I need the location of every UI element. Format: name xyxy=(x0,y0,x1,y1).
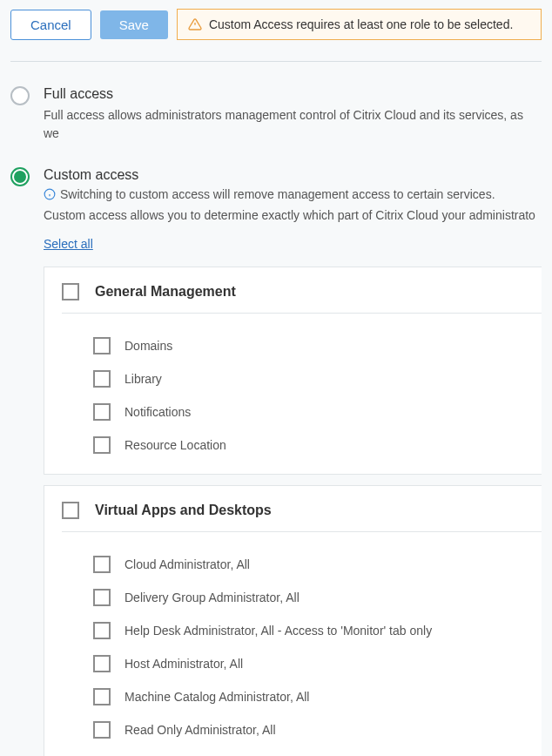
item-checkbox[interactable] xyxy=(93,337,111,354)
full-access-title: Full access xyxy=(44,86,542,102)
item-checkbox[interactable] xyxy=(93,655,111,672)
item-label: Host Administrator, All xyxy=(125,657,243,671)
option-body: Custom access Switching to custom access… xyxy=(44,167,542,756)
warning-icon xyxy=(188,17,202,31)
section-title: General Management xyxy=(95,284,236,300)
item-row: Help Desk Administrator, All - Access to… xyxy=(93,614,542,647)
cancel-button[interactable]: Cancel xyxy=(10,10,91,40)
info-icon xyxy=(44,188,56,200)
full-access-desc: Full access allows administrators manage… xyxy=(44,106,542,143)
section-checkbox[interactable] xyxy=(62,283,79,300)
item-checkbox[interactable] xyxy=(93,589,111,606)
item-row: Domains xyxy=(93,329,542,362)
section-checkbox[interactable] xyxy=(62,502,79,519)
option-body: Full access Full access allows administr… xyxy=(44,86,542,143)
option-full-access: Full access Full access allows administr… xyxy=(10,86,542,143)
item-row: Cloud Administrator, All xyxy=(93,548,542,581)
section-header: General Management xyxy=(62,283,542,314)
item-label: Cloud Administrator, All xyxy=(125,557,250,571)
item-checkbox[interactable] xyxy=(93,436,111,454)
section-items: DomainsLibraryNotificationsResource Loca… xyxy=(62,329,542,462)
item-label: Domains xyxy=(125,339,172,353)
item-checkbox[interactable] xyxy=(93,370,111,388)
item-label: Help Desk Administrator, All - Access to… xyxy=(125,624,432,638)
access-options: Full access Full access allows administr… xyxy=(0,62,552,756)
sections-container: General ManagementDomainsLibraryNotifica… xyxy=(44,267,542,756)
item-label: Library xyxy=(125,372,162,386)
item-row: Host Administrator, All xyxy=(93,647,542,680)
item-row: Machine Catalog Administrator, All xyxy=(93,680,542,713)
item-label: Machine Catalog Administrator, All xyxy=(125,690,309,704)
toolbar: Cancel Save Custom Access requires at le… xyxy=(0,0,552,40)
custom-access-info-text: Switching to custom access will remove m… xyxy=(60,187,495,201)
item-label: Read Only Administrator, All xyxy=(125,723,276,737)
warning-text: Custom Access requires at least one role… xyxy=(209,17,513,31)
item-checkbox[interactable] xyxy=(93,403,111,421)
item-row: Notifications xyxy=(93,395,542,429)
save-button[interactable]: Save xyxy=(100,10,168,39)
option-custom-access: Custom access Switching to custom access… xyxy=(10,167,542,756)
section-header: Virtual Apps and Desktops xyxy=(62,502,542,532)
item-label: Notifications xyxy=(125,405,191,419)
item-label: Resource Location xyxy=(125,438,226,452)
custom-access-info: Switching to custom access will remove m… xyxy=(44,187,542,201)
item-checkbox[interactable] xyxy=(93,622,111,639)
section-items: Cloud Administrator, AllDelivery Group A… xyxy=(62,548,542,746)
custom-access-title: Custom access xyxy=(44,167,542,183)
section-box: Virtual Apps and DesktopsCloud Administr… xyxy=(44,485,542,756)
item-row: Resource Location xyxy=(93,429,542,462)
item-checkbox[interactable] xyxy=(93,688,111,705)
item-row: Library xyxy=(93,362,542,395)
radio-custom-access[interactable] xyxy=(10,167,30,186)
item-checkbox[interactable] xyxy=(93,556,111,573)
radio-full-access[interactable] xyxy=(10,86,30,105)
section-box: General ManagementDomainsLibraryNotifica… xyxy=(44,267,542,475)
warning-banner: Custom Access requires at least one role… xyxy=(177,9,542,40)
custom-access-desc: Custom access allows you to determine ex… xyxy=(44,206,542,225)
section-title: Virtual Apps and Desktops xyxy=(95,503,272,518)
item-label: Delivery Group Administrator, All xyxy=(125,591,300,604)
item-row: Delivery Group Administrator, All xyxy=(93,581,542,614)
item-checkbox[interactable] xyxy=(93,721,111,739)
select-all-link[interactable]: Select all xyxy=(44,237,93,251)
item-row: Read Only Administrator, All xyxy=(93,713,542,746)
